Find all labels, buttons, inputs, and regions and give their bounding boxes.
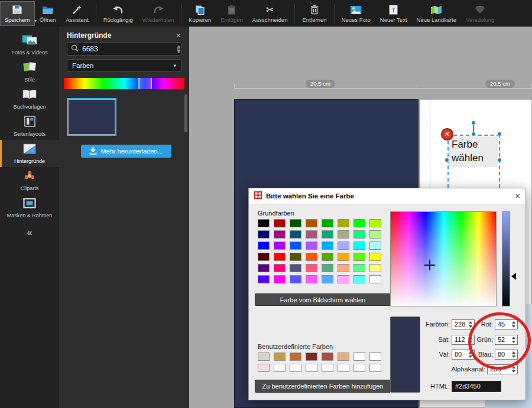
basic-color-swatch[interactable] — [369, 253, 381, 261]
basic-color-swatch[interactable] — [274, 253, 286, 261]
new-map-button[interactable]: Neue Landkarte — [412, 1, 462, 26]
blue-spinbox[interactable]: 80 — [495, 350, 518, 360]
download-more-button[interactable]: Mehr herunterladen... — [81, 145, 171, 158]
basic-color-swatch[interactable] — [322, 219, 333, 227]
assistant-button[interactable]: Assistent — [61, 1, 93, 26]
sidebar-item-cliparts[interactable]: Cliparts — [0, 167, 59, 194]
sidebar-item-seitenlayouts[interactable]: Seitenlayouts — [0, 113, 59, 140]
basic-color-swatch[interactable] — [338, 264, 349, 272]
custom-color-swatch[interactable] — [338, 352, 349, 361]
custom-color-swatch[interactable] — [274, 364, 286, 372]
basic-color-swatch[interactable] — [338, 241, 349, 250]
basic-color-swatch[interactable] — [306, 230, 317, 239]
basic-color-swatch[interactable] — [306, 253, 317, 261]
basic-color-swatch[interactable] — [306, 264, 317, 272]
spin-arrows[interactable] — [468, 320, 473, 329]
basic-color-swatch[interactable] — [353, 219, 365, 227]
spin-arrows[interactable] — [468, 350, 473, 359]
basic-color-swatch[interactable] — [290, 253, 301, 261]
spin-arrows[interactable] — [511, 320, 517, 329]
custom-color-swatch[interactable] — [338, 364, 349, 372]
basic-color-swatch[interactable] — [369, 219, 381, 227]
basic-color-swatch[interactable] — [322, 253, 333, 261]
custom-color-swatch[interactable] — [322, 352, 333, 361]
open-button[interactable]: Öffnen — [35, 1, 61, 26]
val-spinbox[interactable]: 80 — [452, 350, 475, 360]
basic-color-swatch[interactable] — [258, 264, 270, 272]
sidebar-item-stile[interactable]: Stile — [0, 58, 59, 86]
basic-color-swatch[interactable] — [322, 264, 333, 272]
basic-color-swatch[interactable] — [258, 241, 270, 250]
basic-color-swatch[interactable] — [322, 230, 333, 239]
basic-color-swatch[interactable] — [274, 275, 286, 283]
red-spinbox[interactable]: 45 — [495, 319, 518, 329]
html-color-field[interactable]: #2d3450 — [452, 381, 501, 392]
spin-arrows[interactable] — [511, 365, 517, 374]
delete-button[interactable]: Entfernen — [297, 1, 331, 26]
basic-color-swatch[interactable] — [338, 230, 349, 239]
custom-color-swatch[interactable] — [290, 364, 301, 372]
basic-color-swatch[interactable] — [274, 219, 286, 227]
sidebar-collapse-button[interactable]: « — [0, 227, 59, 238]
basic-color-swatch[interactable] — [306, 275, 317, 283]
alpha-spinbox[interactable]: 255 — [487, 364, 518, 374]
custom-color-swatch[interactable] — [258, 364, 270, 372]
custom-color-swatch[interactable] — [290, 352, 301, 361]
add-custom-color-button[interactable]: Zu benutzerdefinierten Farben hinzufügen — [255, 380, 391, 393]
panel-scrollbar-thumb[interactable] — [184, 94, 187, 132]
custom-color-swatch[interactable] — [306, 364, 317, 372]
basic-color-swatch[interactable] — [258, 253, 270, 261]
value-slider-arrow[interactable] — [511, 273, 516, 280]
basic-color-swatch[interactable] — [369, 275, 381, 283]
new-photo-button[interactable]: Neues Foto — [337, 1, 375, 26]
basic-color-swatch[interactable] — [353, 241, 365, 250]
basic-color-swatch[interactable] — [353, 253, 365, 261]
custom-color-swatch[interactable] — [322, 364, 333, 372]
basic-color-swatch[interactable] — [322, 241, 333, 250]
custom-color-swatch[interactable] — [353, 352, 365, 361]
basic-color-swatch[interactable] — [306, 219, 317, 227]
basic-color-swatch[interactable] — [353, 275, 365, 283]
green-spinbox[interactable]: 52 — [495, 335, 518, 345]
dialog-titlebar[interactable]: Bitte wählen Sie eine Farbe × — [249, 188, 525, 204]
basic-color-swatch[interactable] — [290, 230, 301, 239]
basic-color-swatch[interactable] — [353, 264, 365, 272]
panel-close-icon[interactable]: × — [176, 32, 181, 39]
pick-screen-color-button[interactable]: Farbe vom Bildschirm wählen — [255, 293, 391, 306]
basic-color-swatch[interactable] — [369, 264, 381, 272]
sidebar-item-masken-rahmen[interactable]: Masken & Rahmen — [0, 194, 59, 221]
basic-color-swatch[interactable] — [369, 241, 381, 250]
basic-color-swatch[interactable] — [258, 219, 270, 227]
hue-strip[interactable] — [64, 78, 184, 89]
sidebar-item-hintergruende[interactable]: Hintergründe — [0, 140, 59, 167]
basic-color-swatch[interactable] — [369, 230, 381, 239]
redo-button[interactable]: Wiederholen — [138, 1, 179, 26]
sidebar-item-buchvorlagen[interactable]: Buchvorlagen — [0, 86, 59, 113]
basic-color-swatch[interactable] — [258, 275, 270, 283]
save-button[interactable]: Speichern — [0, 1, 35, 26]
custom-color-swatch[interactable] — [306, 352, 317, 361]
undo-button[interactable]: Rückgängig — [99, 1, 138, 26]
sidebar-item-fotos-videos[interactable]: Fotos & Videos — [0, 31, 59, 58]
basic-color-swatch[interactable] — [274, 241, 286, 250]
custom-color-swatch[interactable] — [274, 352, 286, 361]
spin-arrows[interactable] — [468, 335, 473, 344]
basic-color-swatch[interactable] — [258, 230, 270, 239]
paste-button[interactable]: Einfügen — [216, 1, 248, 26]
search-clear-icon[interactable]: × — [177, 45, 180, 53]
category-dropdown[interactable]: Farben ▾ — [67, 59, 181, 72]
basic-color-swatch[interactable] — [338, 275, 349, 283]
custom-color-swatch[interactable] — [258, 352, 270, 361]
search-input[interactable] — [82, 45, 174, 53]
new-text-button[interactable]: T Neuer Text — [375, 1, 412, 26]
basic-color-swatch[interactable] — [338, 219, 349, 227]
locked-indicator-icon[interactable]: × — [441, 128, 453, 141]
basic-color-swatch[interactable] — [274, 230, 286, 239]
selection-handle-top-mid[interactable] — [471, 132, 476, 136]
spin-arrows[interactable] — [511, 335, 517, 344]
dialog-close-icon[interactable]: × — [515, 192, 520, 200]
copy-button[interactable]: Kopieren — [184, 1, 216, 26]
finishing-button[interactable]: Veredelung — [461, 1, 499, 26]
custom-color-swatch[interactable] — [369, 352, 381, 361]
basic-color-swatch[interactable] — [290, 275, 301, 283]
